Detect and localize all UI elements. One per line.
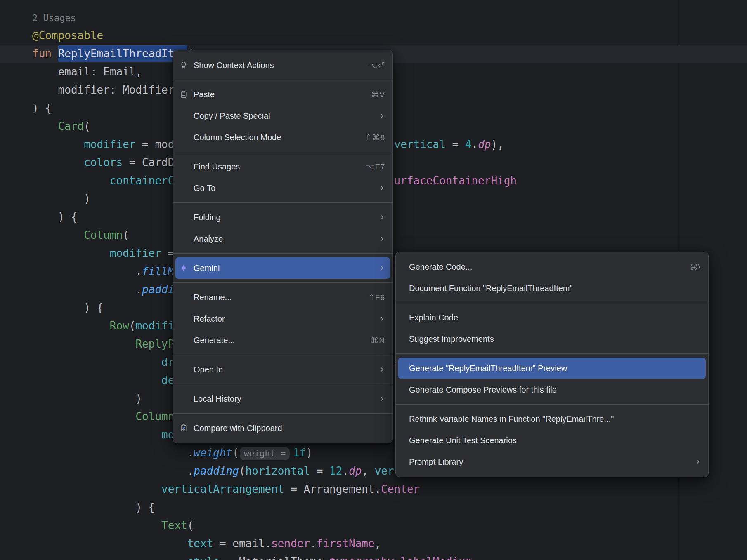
code-token: text [187,537,213,550]
code-line: email: Email, [32,63,142,81]
code-token: = Arrangement. [284,483,381,495]
code-token [32,374,161,386]
code-token: vertical [394,138,446,151]
menu-item-label: Generate Compose Previews for this file [409,385,701,395]
menu-item-explain-code[interactable]: Explain Code [398,307,706,328]
code-token: colors [84,156,123,169]
code-token: Column [135,410,174,423]
editor-context-menu: Show Context Actions⌥⏎Paste⌘VCopy / Past… [173,50,393,443]
menu-item-label: Generate "ReplyEmailThreadItem" Preview [409,364,701,373]
menu-item-rename[interactable]: Rename...⇧F6 [175,287,390,308]
code-token: ) { [32,102,52,114]
chevron-right-icon [379,396,385,402]
code-token: . [32,447,194,459]
chevron-right-icon [379,316,385,322]
menu-item-show-context-actions[interactable]: Show Context Actions⌥⏎ [175,54,390,76]
code-token: Center [381,483,420,495]
menu-shortcut: ⇧⌘8 [365,133,385,142]
menu-item-generate-code[interactable]: Generate Code...⌘\ [398,256,706,278]
chevron-right-icon [379,113,385,119]
selected-identifier: ReplyEmailThreadItem [58,45,187,62]
code-token [32,320,110,332]
code-token [32,483,161,495]
code-token: ) { [32,211,78,223]
menu-item-refactor[interactable]: Refactor [175,308,390,329]
code-token: style [187,555,220,560]
code-token: dp [349,465,362,477]
menu-item-prompt-library[interactable]: Prompt Library [398,451,706,473]
code-token: = [310,465,329,477]
menu-item-open-in[interactable]: Open In [175,359,390,380]
code-token [32,174,110,187]
code-token: ( [232,447,239,459]
code-token: verticalArrangement [161,483,284,495]
code-token: labelMedium [400,555,471,560]
menu-shortcut: ⇧F6 [368,293,385,302]
code-token: dp [478,138,491,151]
code-token: 2 Usages [32,13,76,23]
menu-item-copy-paste-special[interactable]: Copy / Paste Special [175,105,390,127]
menu-item-rethink-variable-names[interactable]: Rethink Variable Names in Function "Repl… [398,408,706,430]
code-token [32,229,84,241]
menu-item-label: Generate... [194,336,358,345]
code-line: 2 Usages [32,8,76,26]
menu-item-column-selection-mode[interactable]: Column Selection Mode⇧⌘8 [175,127,390,148]
menu-separator [173,253,392,254]
menu-separator [173,355,392,355]
menu-item-gemini[interactable]: Gemini [175,257,390,279]
code-token: . [342,465,349,477]
menu-item-compare-with-clipboard[interactable]: Compare with Clipboard [175,417,390,439]
code-token: padding [194,465,239,477]
code-token: 1f [293,447,306,459]
menu-separator [173,384,392,384]
menu-separator [173,202,392,203]
menu-separator [396,404,708,405]
code-token: = MaterialTheme. [220,555,329,560]
code-line: ) [32,190,90,208]
menu-item-analyze[interactable]: Analyze [175,228,390,249]
menu-item-label: Folding [194,213,367,222]
code-line: verticalArrangement = Arrangement.Center [32,480,420,498]
menu-item-generate[interactable]: Generate...⌘N [175,329,390,351]
paste-icon [180,90,194,99]
menu-item-document-function[interactable]: Document Function "ReplyEmailThreadItem" [398,278,706,299]
code-token: ) [32,193,90,205]
code-token: . [394,555,401,560]
menu-item-generate-replyemailthreaditem-preview[interactable]: Generate "ReplyEmailThreadItem" Preview [398,358,706,379]
code-token: Column [84,229,123,241]
code-token: ) [306,447,312,459]
menu-item-generate-compose-previews[interactable]: Generate Compose Previews for this file [398,379,706,400]
menu-item-label: Show Context Actions [194,61,356,70]
code-token: ( [187,519,194,532]
code-token: . [310,537,317,550]
code-token: ( [123,229,129,241]
code-token [32,138,84,151]
menu-item-local-history[interactable]: Local History [175,388,390,409]
code-token: ) { [32,501,155,513]
menu-separator [396,353,708,354]
code-token: . [472,138,478,151]
menu-item-label: Gemini [194,264,367,273]
menu-item-suggest-improvements[interactable]: Suggest Improvements [398,328,706,350]
code-token: Row [110,320,129,332]
menu-item-find-usages[interactable]: Find Usages⌥F7 [175,156,390,177]
code-token: ( [129,320,136,332]
code-token: = email. [213,537,271,550]
code-token: Card [58,120,84,132]
code-token: . [32,265,142,278]
menu-item-label: Go To [194,184,367,193]
code-token: sender [271,537,310,550]
menu-item-label: Document Function "ReplyEmailThreadItem" [409,284,701,293]
menu-shortcut: ⌘\ [690,262,701,272]
menu-item-folding[interactable]: Folding [175,207,390,228]
gemini-icon [180,264,194,272]
chevron-right-icon [379,185,385,191]
menu-item-generate-unit-test-scenarios[interactable]: Generate Unit Test Scenarios [398,430,706,451]
code-token: modifier [84,138,135,151]
menu-item-paste[interactable]: Paste⌘V [175,84,390,105]
menu-separator [173,413,392,414]
code-token: . [32,283,142,296]
menu-item-go-to[interactable]: Go To [175,177,390,199]
code-token: ) [32,392,142,405]
menu-item-label: Analyze [194,234,367,244]
